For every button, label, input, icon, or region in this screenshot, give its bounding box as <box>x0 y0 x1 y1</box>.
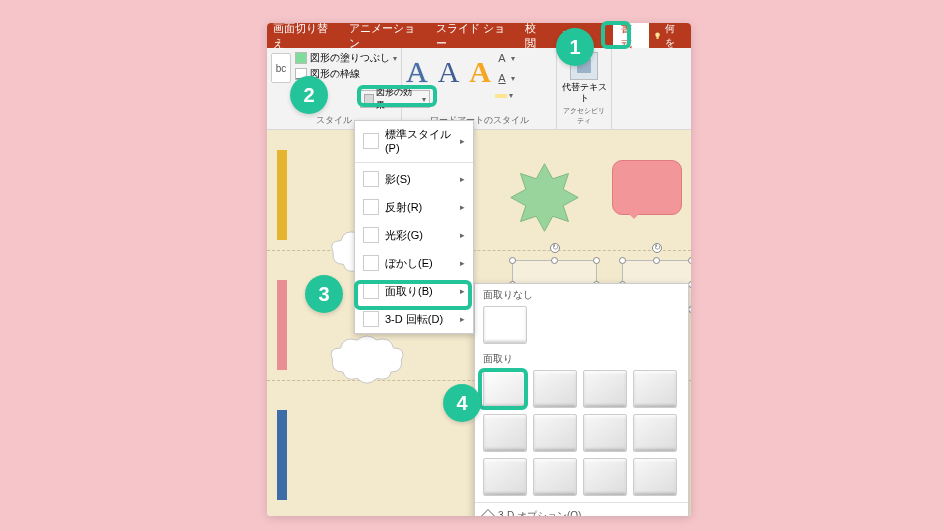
bevel-option[interactable] <box>533 414 577 452</box>
tab-format[interactable]: 書式 <box>613 23 649 48</box>
shape-effects-button[interactable]: 図形の効果 ▾ <box>360 90 430 108</box>
swatch-icon <box>363 227 379 243</box>
tell-me[interactable]: 何を <box>649 23 687 50</box>
bevel-option[interactable] <box>483 414 527 452</box>
tab-review[interactable]: 校閲 <box>517 23 553 48</box>
bevel-section-label: 面取り <box>475 348 688 370</box>
chevron-down-icon: ▾ <box>509 91 513 100</box>
resize-handle[interactable] <box>593 257 600 264</box>
menu-separator <box>355 162 473 163</box>
color-strip-3 <box>277 410 287 500</box>
color-strip-2 <box>277 280 287 370</box>
annotation-marker-1: 1 <box>556 28 594 66</box>
callout-shape[interactable] <box>612 160 682 215</box>
effects-glow[interactable]: 光彩(G)▸ <box>355 221 473 249</box>
effects-preset[interactable]: 標準スタイル(P)▸ <box>355 121 473 160</box>
rotate-handle[interactable] <box>652 243 662 253</box>
resize-handle[interactable] <box>688 257 691 264</box>
color-strip-1 <box>277 150 287 240</box>
wordart-gallery[interactable]: A A A <box>406 51 491 89</box>
svg-marker-2 <box>511 164 579 232</box>
powerpoint-window: 画面切り替え アニメーション スライド ショー 校閲 表 書式 何を bc 図形… <box>267 23 691 516</box>
bevel-gallery: 面取りなし 面取り 3-D オプション(O)... <box>474 283 689 516</box>
bevel-option[interactable] <box>583 414 627 452</box>
highlight-icon <box>495 94 507 98</box>
ribbon-tabs: 画面切り替え アニメーション スライド ショー 校閲 表 書式 何を <box>267 23 691 48</box>
shape-style-gallery[interactable]: bc <box>271 53 291 83</box>
shape-effects-menu: 標準スタイル(P)▸ 影(S)▸ 反射(R)▸ 光彩(G)▸ ぼかし(E)▸ 面… <box>354 120 474 334</box>
group-label-accessibility: アクセシビリティ <box>561 106 607 126</box>
rotate-handle[interactable] <box>550 243 560 253</box>
resize-handle[interactable] <box>619 257 626 264</box>
swatch-icon <box>363 199 379 215</box>
effects-reflection[interactable]: 反射(R)▸ <box>355 193 473 221</box>
bevel-none-label: 面取りなし <box>475 284 688 306</box>
bevel-option[interactable] <box>483 458 527 496</box>
chevron-right-icon: ▸ <box>460 258 465 268</box>
resize-handle[interactable] <box>653 257 660 264</box>
text-fill-button[interactable]: A ▾ <box>495 51 515 65</box>
resize-handle[interactable] <box>551 257 558 264</box>
bevel-option[interactable] <box>533 458 577 496</box>
chevron-down-icon: ▾ <box>393 54 397 63</box>
swatch-icon <box>363 171 379 187</box>
chevron-right-icon: ▸ <box>460 202 465 212</box>
bevel-option[interactable] <box>583 458 627 496</box>
wordart-styles-group: A A A A ▾ A ▾ ▾ <box>402 48 557 129</box>
bevel-option[interactable] <box>533 370 577 408</box>
chevron-down-icon: ▾ <box>422 95 426 104</box>
bevel-option[interactable] <box>633 458 677 496</box>
wordart-preset-3[interactable]: A <box>469 55 491 89</box>
tab-animations[interactable]: アニメーション <box>341 23 428 48</box>
swatch-icon <box>363 283 379 299</box>
svg-point-0 <box>655 32 660 37</box>
chevron-right-icon: ▸ <box>460 136 465 146</box>
wordart-preset-2[interactable]: A <box>438 55 460 89</box>
chevron-right-icon: ▸ <box>460 230 465 240</box>
swatch-icon <box>363 255 379 271</box>
effects-bevel[interactable]: 面取り(B)▸ <box>355 277 473 305</box>
swatch-icon <box>363 311 379 327</box>
diamond-icon <box>481 509 495 516</box>
tab-slideshow[interactable]: スライド ショー <box>428 23 517 48</box>
bevel-option[interactable] <box>633 414 677 452</box>
bevel-none[interactable] <box>483 306 527 344</box>
ribbon-body: bc 図形の塗りつぶし ▾ 図形の枠線 スタイル A <box>267 48 691 130</box>
lightbulb-icon <box>653 31 662 41</box>
chevron-right-icon: ▸ <box>460 174 465 184</box>
chevron-down-icon: ▾ <box>511 74 515 83</box>
fill-icon <box>295 52 307 64</box>
effects-icon <box>364 94 374 104</box>
annotation-marker-3: 3 <box>305 275 343 313</box>
tab-transition[interactable]: 画面切り替え <box>271 23 341 48</box>
text-outline-icon: A <box>495 71 509 85</box>
swatch-icon <box>363 133 379 149</box>
chevron-down-icon: ▾ <box>511 54 515 63</box>
chevron-right-icon: ▸ <box>460 286 465 296</box>
effects-soft-edges[interactable]: ぼかし(E)▸ <box>355 249 473 277</box>
text-outline-button[interactable]: A ▾ <box>495 71 515 85</box>
bevel-3d-options[interactable]: 3-D オプション(O)... <box>475 502 688 516</box>
effects-shadow[interactable]: 影(S)▸ <box>355 165 473 193</box>
wordart-preset-1[interactable]: A <box>406 55 428 89</box>
bevel-option[interactable] <box>483 370 527 408</box>
shape-fill-button[interactable]: 図形の塗りつぶし ▾ <box>295 51 397 65</box>
star-shape[interactable] <box>507 160 582 235</box>
bevel-grid <box>475 370 688 496</box>
annotation-marker-4: 4 <box>443 384 481 422</box>
svg-rect-1 <box>656 37 658 39</box>
text-fill-icon: A <box>495 51 509 65</box>
annotation-marker-2: 2 <box>290 76 328 114</box>
cloud-shape-2[interactable] <box>327 330 407 390</box>
resize-handle[interactable] <box>509 257 516 264</box>
bevel-option[interactable] <box>583 370 627 408</box>
chevron-right-icon: ▸ <box>460 314 465 324</box>
effects-3d-rotation[interactable]: 3-D 回転(D)▸ <box>355 305 473 333</box>
bevel-option[interactable] <box>633 370 677 408</box>
alt-text-label: 代替テキスト <box>561 82 607 104</box>
text-highlight-button[interactable]: ▾ <box>495 91 515 100</box>
